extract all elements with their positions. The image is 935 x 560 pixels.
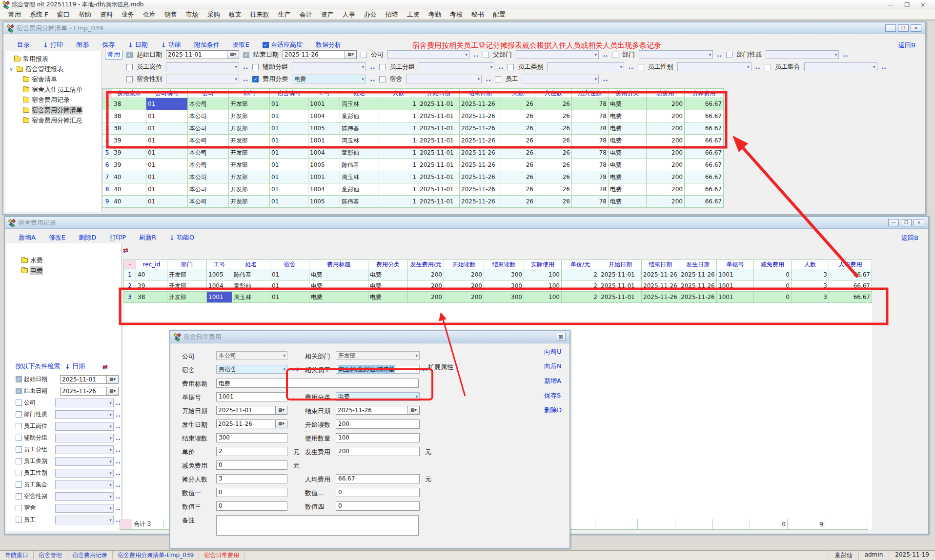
more-button[interactable]: .. xyxy=(116,400,121,406)
tree-item-宿舍费用分摊清单[interactable]: 宿舍费用分摊清单 xyxy=(5,105,101,115)
table-cell[interactable]: 2025-11-01 xyxy=(418,196,460,208)
checkbox-checked[interactable]: ✓ xyxy=(243,52,249,58)
dropdown[interactable]: ▾ xyxy=(766,50,839,59)
table-cell[interactable]: 26 xyxy=(501,122,535,135)
table-cell[interactable]: 1001 xyxy=(308,98,340,110)
menu-item[interactable]: 配置 xyxy=(488,9,510,20)
toolbar-button-保存[interactable]: 保存 xyxy=(102,40,115,49)
date-menu-button[interactable]: ↓日期 xyxy=(65,362,85,371)
more-button[interactable]: .. xyxy=(717,51,722,58)
table-cell[interactable]: 3 xyxy=(792,280,829,292)
table-cell[interactable]: 2025-11-26 xyxy=(460,98,501,110)
table-cell[interactable]: 200 xyxy=(647,135,685,147)
table-cell[interactable]: 200 xyxy=(408,269,444,280)
toolbar-button-目录[interactable]: 目录 xyxy=(17,40,30,49)
table-cell[interactable]: 66.67 xyxy=(685,159,724,171)
checkbox-checked[interactable]: ✓ xyxy=(126,52,133,58)
table-cell[interactable]: 0 xyxy=(754,269,792,280)
dropdown[interactable]: 电费▾ xyxy=(336,392,420,401)
calendar-icon[interactable]: ▦▾ xyxy=(106,376,118,383)
swap-icon[interactable]: ⇄ xyxy=(102,363,108,370)
text-input[interactable]: 66.67 xyxy=(336,474,420,483)
table-cell[interactable]: 2 xyxy=(562,292,599,303)
menu-item[interactable]: 资料 xyxy=(96,9,117,20)
menu-item[interactable]: 会计 xyxy=(295,9,317,20)
checkbox-unchecked[interactable] xyxy=(16,481,22,488)
table-cell[interactable]: 1 xyxy=(379,171,418,183)
table-cell[interactable]: 本公司 xyxy=(188,159,229,171)
table-cell[interactable]: 01 xyxy=(146,135,188,147)
more-button[interactable]: .. xyxy=(843,51,848,58)
table-cell[interactable]: 200 xyxy=(647,147,685,159)
checkbox-unchecked[interactable] xyxy=(252,64,259,70)
menu-item[interactable]: 生产 xyxy=(274,9,295,20)
more-button[interactable]: .. xyxy=(116,481,121,488)
table-cell[interactable]: 1004 xyxy=(207,280,232,292)
menu-item[interactable]: 招培 xyxy=(381,9,403,20)
dialog-link-保存S[interactable]: 保存S xyxy=(544,391,562,400)
table-cell[interactable]: 01 xyxy=(146,110,188,122)
menu-item[interactable]: 帮助 xyxy=(74,9,96,20)
table-cell[interactable]: 1001 xyxy=(717,292,754,303)
table-cell[interactable]: 童彭仙 xyxy=(340,110,379,122)
table-cell[interactable]: 200 xyxy=(647,110,685,122)
checkbox-unchecked[interactable] xyxy=(638,64,644,70)
dropdown[interactable]: ▾ xyxy=(55,410,114,419)
table-cell[interactable]: 26 xyxy=(535,110,572,122)
checkbox-checked[interactable]: ✓ xyxy=(252,76,259,82)
table-cell[interactable]: 66.67 xyxy=(685,98,724,110)
table-cell[interactable]: 本公司 xyxy=(188,135,229,147)
toolbar-button-自适应高度[interactable]: ✓自适应高度 xyxy=(263,40,303,49)
toolbar-button-删除D[interactable]: 删除D xyxy=(79,233,96,242)
minimize-icon[interactable]: — xyxy=(888,219,899,226)
table-cell[interactable]: 39 xyxy=(112,135,146,147)
checkbox-unchecked[interactable] xyxy=(765,64,771,70)
checkbox-checked[interactable]: ✓ xyxy=(263,42,269,48)
checkbox-checked[interactable]: ✓ xyxy=(16,388,22,394)
more-button[interactable]: .. xyxy=(243,63,248,70)
statusbar-item-宿舍管理[interactable]: 宿舍管理 xyxy=(34,551,67,560)
table-cell[interactable]: 26 xyxy=(535,171,572,183)
toolbar-button-打印[interactable]: ↓打印 xyxy=(43,40,63,49)
table-cell[interactable]: 0 xyxy=(754,292,792,303)
more-button[interactable]: .. xyxy=(881,63,887,70)
more-button[interactable]: .. xyxy=(116,505,121,512)
text-input[interactable]: 0 xyxy=(216,460,287,470)
win2-back-button[interactable]: 返回B xyxy=(901,234,918,242)
checkbox-unchecked[interactable] xyxy=(16,458,22,464)
table-cell[interactable]: 2025-11-01 xyxy=(418,159,460,171)
table-cell[interactable]: 2025-11-26 xyxy=(679,280,717,292)
dropdown[interactable]: ▾ xyxy=(55,457,114,466)
date-picker[interactable]: 2025-11-26▦▾ xyxy=(336,406,420,415)
maximize-icon[interactable]: ❐ xyxy=(901,219,912,226)
table-cell[interactable]: 100 xyxy=(524,292,562,303)
table-cell[interactable]: 78 xyxy=(572,196,609,208)
checkbox-unchecked[interactable] xyxy=(16,446,22,453)
table-cell[interactable]: 2025-11-26 xyxy=(642,292,679,303)
dropdown[interactable]: ▾ xyxy=(516,50,599,59)
table-cell[interactable]: 01 xyxy=(146,98,188,110)
date-picker[interactable]: 2025-11-01▦▾ xyxy=(60,375,119,384)
table-cell[interactable]: 200 xyxy=(444,292,484,303)
dropdown[interactable]: ▾ xyxy=(166,62,239,71)
dialog-link-向前U[interactable]: 向前U xyxy=(544,347,562,356)
table-cell[interactable]: 38 xyxy=(112,122,146,135)
more-button[interactable]: .. xyxy=(603,51,608,58)
dropdown[interactable]: ▾ xyxy=(419,62,494,71)
table-cell[interactable]: 开发部 xyxy=(167,292,207,303)
table-cell[interactable]: 2 xyxy=(562,269,599,280)
table-cell[interactable]: 电费 xyxy=(609,122,647,135)
table-cell[interactable]: 1 xyxy=(379,135,418,147)
table-cell[interactable]: 300 xyxy=(484,280,524,292)
checkbox-unchecked[interactable] xyxy=(379,64,386,70)
table-cell[interactable]: 200 xyxy=(647,183,685,196)
table-cell[interactable]: 2025-11-01 xyxy=(599,292,642,303)
statusbar-item-宿舍费用记录[interactable]: 宿舍费用记录 xyxy=(67,551,113,560)
toolbar-button-提取E[interactable]: 提取E xyxy=(233,40,249,49)
text-input[interactable]: 200 xyxy=(336,420,420,429)
table-cell[interactable]: 26 xyxy=(535,122,572,135)
table-cell[interactable]: 开发部 xyxy=(229,122,270,135)
table-cell[interactable]: 01 xyxy=(270,110,308,122)
menu-item[interactable]: 工资 xyxy=(403,9,424,20)
more-button[interactable]: .. xyxy=(422,365,427,372)
